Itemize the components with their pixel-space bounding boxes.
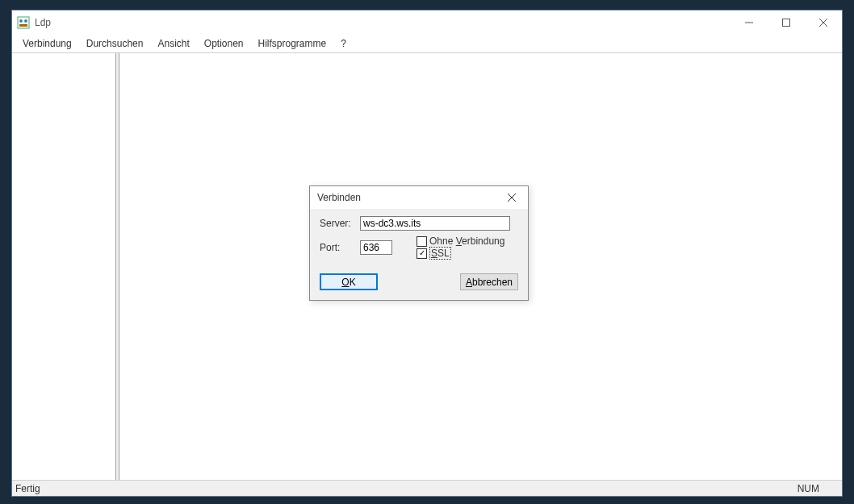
close-button[interactable] — [805, 10, 842, 35]
server-input[interactable] — [360, 216, 510, 231]
port-label: Port: — [320, 242, 360, 253]
connect-dialog: Verbinden Server: Port: Ohne Verbindung … — [309, 185, 529, 301]
dialog-body: Server: Port: Ohne Verbindung ✓ SSL OK A… — [310, 209, 528, 300]
window-controls — [731, 10, 842, 35]
ssl-label: SSL — [429, 248, 451, 259]
server-label: Server: — [320, 218, 360, 229]
svg-rect-3 — [19, 24, 27, 27]
tree-pane[interactable] — [12, 53, 116, 480]
dialog-close-button[interactable] — [496, 186, 528, 209]
app-icon — [17, 16, 30, 29]
statusbar: Fertig NUM — [12, 480, 842, 496]
menu-hilfsprogramme[interactable]: Hilfsprogramme — [251, 36, 334, 51]
port-input[interactable] — [360, 240, 392, 255]
svg-rect-5 — [783, 19, 790, 27]
minimize-button[interactable] — [731, 10, 768, 35]
svg-point-1 — [19, 19, 23, 23]
menu-optionen[interactable]: Optionen — [197, 36, 251, 51]
svg-point-2 — [24, 19, 27, 23]
no-connection-checkbox[interactable] — [417, 236, 427, 247]
menu-help[interactable]: ? — [333, 36, 354, 51]
menu-verbindung[interactable]: Verbindung — [15, 36, 79, 51]
ssl-checkbox[interactable]: ✓ — [417, 248, 427, 259]
cancel-button[interactable]: Abbrechen — [460, 273, 518, 290]
status-text: Fertig — [15, 483, 40, 494]
window-title: Ldp — [35, 17, 51, 28]
dialog-title-text: Verbinden — [317, 192, 361, 203]
menubar: Verbindung Durchsuchen Ansicht Optionen … — [12, 35, 842, 52]
status-num: NUM — [797, 483, 819, 494]
menu-durchsuchen[interactable]: Durchsuchen — [79, 36, 151, 51]
ok-button[interactable]: OK — [320, 273, 378, 290]
dialog-titlebar[interactable]: Verbinden — [310, 186, 528, 209]
titlebar[interactable]: Ldp — [12, 10, 842, 35]
no-connection-label: Ohne Verbindung — [429, 235, 504, 247]
maximize-button[interactable] — [768, 10, 805, 35]
menu-ansicht[interactable]: Ansicht — [150, 36, 196, 51]
